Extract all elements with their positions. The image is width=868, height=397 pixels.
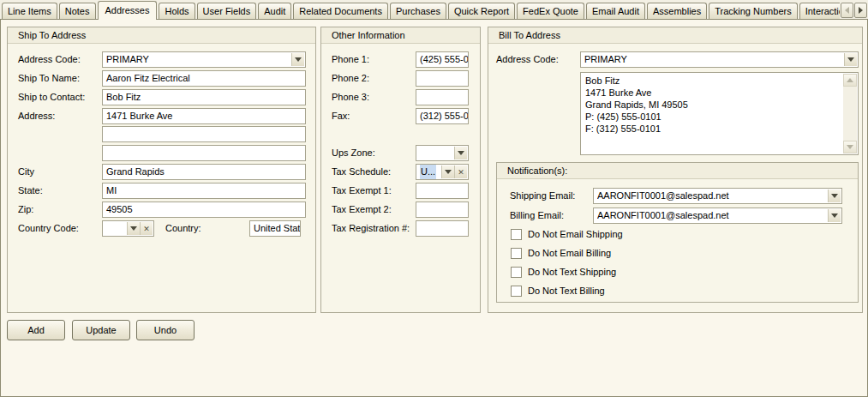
chevron-down-icon[interactable]	[127, 222, 140, 235]
update-button[interactable]: Update	[72, 320, 130, 340]
tab-fedex-quote[interactable]: FedEx Quote	[517, 3, 584, 19]
tab-bar: Line Items Notes Addresses Holds User Fi…	[0, 0, 868, 20]
ship-to-address-code-select[interactable]: PRIMARY	[102, 51, 306, 68]
tax-exempt1-input[interactable]	[416, 183, 469, 199]
ship-to-contact-input[interactable]: Bob Fitz	[102, 89, 306, 105]
fax-label: Fax:	[332, 111, 350, 121]
zip-label: Zip:	[18, 204, 33, 214]
ship-to-address-title: Ship To Address	[8, 27, 315, 44]
chevron-down-glyph	[831, 194, 838, 198]
tab-holds[interactable]: Holds	[159, 3, 195, 19]
tab-tracking-numbers[interactable]: Tracking Numbers	[709, 3, 797, 19]
clear-x-icon[interactable]	[140, 222, 153, 235]
phone2-input[interactable]	[416, 70, 469, 87]
tax-exempt2-input[interactable]	[416, 202, 469, 218]
shipping-email-select[interactable]: AARONFIT0001@salespad.net	[593, 188, 842, 204]
tab-interactions[interactable]: Interactions	[799, 3, 840, 19]
ups-zone-select[interactable]	[416, 145, 469, 161]
bill-to-address-title: Bill To Address	[488, 27, 862, 44]
tab-scroll-right-button[interactable]	[854, 3, 867, 18]
phone1-label: Phone 1:	[332, 54, 369, 64]
addresses-screen: Line Items Notes Addresses Holds User Fi…	[0, 0, 868, 397]
chevron-down-icon[interactable]	[441, 165, 454, 178]
address-line3-input[interactable]	[102, 145, 306, 161]
state-label: State:	[18, 185, 43, 195]
memo-scrollbar[interactable]	[843, 74, 857, 153]
billto-address-line: P: (425) 555-0101	[585, 111, 841, 123]
chevron-down-glyph	[295, 57, 302, 62]
city-input[interactable]: Grand Rapids	[102, 164, 306, 180]
tab-user-fields[interactable]: User Fields	[197, 3, 257, 19]
billto-address-line: Grand Rapids, MI 49505	[585, 99, 841, 111]
country-code-label: Country Code:	[18, 223, 79, 233]
tab-related-documents[interactable]: Related Documents	[293, 3, 388, 19]
tab-purchases[interactable]: Purchases	[390, 3, 446, 19]
notifications-group: Notification(s): Shipping Email: AARONFI…	[496, 162, 859, 303]
tab-audit[interactable]: Audit	[258, 3, 291, 19]
chevron-down-icon[interactable]	[828, 189, 841, 202]
chevron-down-glyph	[445, 170, 452, 174]
ship-to-name-input[interactable]: Aaron Fitz Electrical	[102, 70, 306, 87]
phone1-input[interactable]: (425) 555-0101	[416, 51, 469, 68]
billto-address-code-label: Address Code:	[496, 54, 559, 64]
tax-exempt2-label: Tax Exempt 2:	[332, 204, 392, 214]
tab-addresses[interactable]: Addresses	[98, 1, 158, 20]
chevron-down-icon[interactable]	[828, 209, 841, 222]
other-information-title: Other Information	[321, 27, 480, 44]
checkbox-do-not-email-shipping[interactable]	[511, 229, 522, 240]
ship-to-name-label: Ship To Name:	[18, 73, 80, 83]
ship-to-address-group: Ship To Address Address Code: PRIMARY Sh…	[7, 27, 316, 313]
scroll-up-button[interactable]	[843, 74, 857, 87]
tab-quick-report[interactable]: Quick Report	[448, 3, 515, 19]
zip-input[interactable]: 49505	[102, 202, 306, 218]
scroll-down-button[interactable]	[843, 141, 857, 153]
billto-address-lines: Bob Fitz 1471 Burke Ave Grand Rapids, MI…	[585, 75, 841, 135]
do-not-text-billing-label: Do Not Text Billing	[528, 286, 605, 297]
phone3-label: Phone 3:	[332, 92, 369, 102]
chevron-down-icon[interactable]	[291, 53, 304, 66]
tax-schedule-label: Tax Schedule:	[332, 166, 391, 177]
state-input[interactable]: MI	[102, 183, 306, 199]
undo-button[interactable]: Undo	[136, 320, 195, 340]
chevron-down-glyph	[458, 151, 464, 155]
other-information-group: Other Information Phone 1: (425) 555-010…	[320, 27, 481, 313]
clear-x-icon[interactable]	[454, 165, 467, 178]
checkbox-do-not-text-billing[interactable]	[511, 286, 522, 297]
country-code-select[interactable]	[102, 220, 154, 237]
tab-email-audit[interactable]: Email Audit	[586, 3, 645, 19]
address-line2-input[interactable]	[102, 126, 306, 142]
do-not-email-billing-label: Do Not Email Billing	[528, 248, 611, 259]
chevron-down-icon[interactable]	[454, 147, 467, 159]
phone2-label: Phone 2:	[332, 73, 369, 83]
add-button[interactable]: Add	[7, 320, 65, 340]
chevron-down-icon[interactable]	[844, 53, 857, 66]
shipping-email-value: AARONFIT0001@salespad.net	[597, 189, 826, 203]
billto-address-line: F: (312) 555-0101	[585, 123, 841, 135]
tab-notes[interactable]: Notes	[59, 3, 96, 19]
billto-address-display[interactable]: Bob Fitz 1471 Burke Ave Grand Rapids, MI…	[580, 72, 859, 155]
checkbox-do-not-text-shipping[interactable]	[511, 267, 522, 278]
phone3-input[interactable]	[416, 89, 469, 105]
tax-exempt1-label: Tax Exempt 1:	[332, 185, 392, 195]
checkbox-do-not-email-billing[interactable]	[511, 248, 522, 259]
country-label: Country:	[165, 223, 201, 233]
tab-list: Line Items Notes Addresses Holds User Fi…	[2, 0, 840, 20]
billto-address-line: 1471 Burke Ave	[585, 87, 841, 99]
tax-schedule-select[interactable]: U...	[416, 164, 469, 180]
tax-registration-label: Tax Registration #:	[332, 223, 410, 233]
address-code-label: Address Code:	[18, 54, 81, 64]
address-line1-input[interactable]: 1471 Burke Ave	[102, 108, 306, 124]
address-label: Address:	[18, 111, 55, 121]
tab-assemblies[interactable]: Assemblies	[647, 3, 707, 19]
ship-to-address-code-value: PRIMARY	[106, 52, 290, 67]
do-not-email-shipping-label: Do Not Email Shipping	[528, 229, 623, 240]
fax-input[interactable]: (312) 555-0101	[416, 108, 469, 124]
tab-line-items[interactable]: Line Items	[2, 3, 57, 19]
tax-registration-input[interactable]	[416, 220, 469, 237]
billto-address-code-value: PRIMARY	[584, 52, 842, 67]
country-input[interactable]: United States	[249, 220, 301, 237]
tab-scroll-left-button[interactable]	[841, 3, 853, 18]
billing-email-select[interactable]: AARONFIT0001@salespad.net	[593, 208, 842, 224]
billto-address-code-select[interactable]: PRIMARY	[580, 51, 859, 68]
tax-schedule-value: U...	[420, 165, 436, 179]
